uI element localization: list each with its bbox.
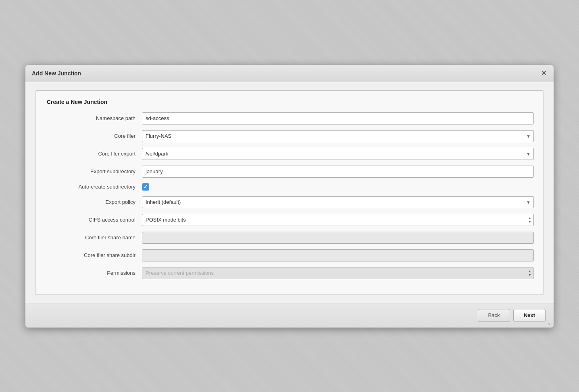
core-filer-share-name-row: Core filer share name (45, 232, 534, 244)
back-button[interactable]: Back (478, 309, 510, 322)
core-filer-export-control: /vol/dpark ▼ (142, 148, 534, 160)
add-junction-dialog: Add New Junction ✕ Create a New Junction… (25, 65, 554, 328)
core-filer-share-name-input[interactable] (142, 232, 534, 244)
cifs-access-control-control: POSIX mode bits ▲ ▼ (142, 214, 534, 226)
section-title: Create a New Junction (45, 99, 534, 105)
core-filer-share-subdir-control (142, 249, 534, 261)
core-filer-export-select[interactable]: /vol/dpark (142, 148, 534, 160)
next-button[interactable]: Next (513, 309, 546, 322)
export-subdirectory-control (142, 166, 534, 178)
checkmark-icon: ✓ (144, 184, 148, 190)
core-filer-share-subdir-row: Core filer share subdir (45, 249, 534, 261)
core-filer-share-name-control (142, 232, 534, 244)
close-button[interactable]: ✕ (540, 70, 547, 77)
export-subdirectory-input[interactable] (142, 166, 534, 178)
core-filer-select[interactable]: Flurry-NAS (142, 130, 534, 142)
core-filer-share-subdir-input[interactable] (142, 249, 534, 261)
permissions-label: Permissions (45, 270, 142, 276)
core-filer-control: Flurry-NAS ▼ (142, 130, 534, 142)
core-filer-export-row: Core filer export /vol/dpark ▼ (45, 148, 534, 160)
export-subdirectory-label: Export subdirectory (45, 168, 142, 174)
core-filer-share-subdir-label: Core filer share subdir (45, 252, 142, 258)
dialog-body: Create a New Junction Namespace path Cor… (25, 82, 554, 303)
cifs-access-control-row: CIFS access control POSIX mode bits ▲ ▼ (45, 214, 534, 226)
auto-create-control: ✓ (142, 183, 534, 191)
export-subdirectory-row: Export subdirectory (45, 166, 534, 178)
cifs-access-control-select[interactable]: POSIX mode bits (142, 214, 534, 226)
permissions-row: Permissions Preserve current permissions… (45, 267, 534, 279)
form-section: Create a New Junction Namespace path Cor… (35, 90, 544, 295)
export-policy-select[interactable]: Inherit (default) (142, 196, 534, 208)
namespace-path-input[interactable] (142, 112, 534, 124)
dialog-footer: Back Next ↘ (25, 303, 554, 328)
dialog-title: Add New Junction (32, 70, 81, 77)
cifs-access-control-label: CIFS access control (45, 217, 142, 223)
core-filer-export-label: Core filer export (45, 151, 142, 157)
namespace-path-control (142, 112, 534, 124)
core-filer-label: Core filer (45, 133, 142, 139)
dialog-titlebar: Add New Junction ✕ (25, 65, 554, 82)
auto-create-label: Auto-create subdirectory (45, 184, 142, 190)
export-policy-label: Export policy (45, 199, 142, 205)
resize-handle[interactable]: ↘ (547, 321, 552, 326)
namespace-path-row: Namespace path (45, 112, 534, 124)
namespace-path-label: Namespace path (45, 115, 142, 121)
permissions-control: Preserve current permissions ▲ ▼ (142, 267, 534, 279)
export-policy-control: Inherit (default) ▼ (142, 196, 534, 208)
permissions-select[interactable]: Preserve current permissions (142, 267, 534, 279)
auto-create-checkbox[interactable]: ✓ (142, 183, 149, 191)
auto-create-row: Auto-create subdirectory ✓ (45, 183, 534, 191)
export-policy-row: Export policy Inherit (default) ▼ (45, 196, 534, 208)
core-filer-share-name-label: Core filer share name (45, 234, 142, 241)
core-filer-row: Core filer Flurry-NAS ▼ (45, 130, 534, 142)
